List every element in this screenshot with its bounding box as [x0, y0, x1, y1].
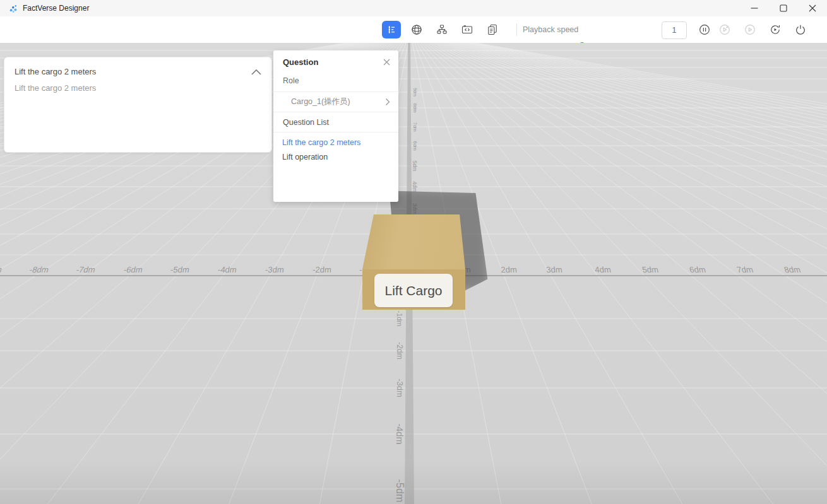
- pause-button[interactable]: [696, 21, 713, 38]
- role-value: Cargo_1(操作员): [291, 97, 350, 107]
- y-axis-tick-label: 4dm: [412, 181, 418, 192]
- y-axis-tick-label: 6dm: [412, 141, 418, 151]
- x-axis-tick-label: 5dm: [641, 265, 659, 274]
- task-panel-header[interactable]: Lift the cargo 2 meters: [4, 57, 271, 76]
- x-axis-tick-label: 3dm: [546, 265, 563, 274]
- task-list-item[interactable]: Lift the cargo 2 meters: [4, 76, 271, 93]
- playback-speed-input[interactable]: [662, 21, 687, 39]
- replay-icon: [769, 23, 782, 36]
- x-axis-tick-label: -6dm: [123, 265, 144, 274]
- power-icon: [794, 23, 807, 36]
- x-axis-tick-label: 7dm: [735, 265, 754, 274]
- toolbar: Playback speed: [0, 16, 827, 43]
- code-window-button[interactable]: [458, 21, 477, 38]
- titlebar: FactVerse Designer: [0, 0, 827, 16]
- app-title: FactVerse Designer: [23, 4, 89, 13]
- y-axis-tick-label: -5dm: [394, 479, 405, 502]
- x-axis-tick-label: -2dm: [312, 265, 332, 274]
- question-list-label: Question List: [273, 112, 398, 132]
- y-axis-tick-label: -1dm: [396, 310, 403, 326]
- x-axis-tick-label: -5dm: [170, 265, 190, 274]
- role-label: Role: [273, 67, 398, 85]
- question-panel: Question Role Cargo_1(操作员) Question List…: [273, 50, 398, 202]
- y-axis-tick-label: 7dm: [412, 122, 418, 132]
- y-axis-tick-label: 8dm: [412, 103, 418, 113]
- cargo-box-top-face[interactable]: [362, 214, 465, 269]
- chevron-right-icon: [385, 98, 390, 106]
- x-axis-tick-label: -3dm: [265, 265, 284, 274]
- close-button[interactable]: [798, 0, 827, 16]
- toolbar-divider: [516, 23, 517, 36]
- y-axis-tick-label: -4dm: [395, 423, 405, 444]
- role-select-row[interactable]: Cargo_1(操作员): [273, 91, 398, 112]
- x-axis-tick-label: 4dm: [594, 265, 612, 274]
- code-window-icon: [461, 23, 473, 36]
- step-play-button: [716, 21, 734, 38]
- question-panel-header: Question: [273, 50, 398, 67]
- step-play-circle-icon: [718, 23, 731, 36]
- app-logo-icon: [8, 3, 18, 13]
- task-panel: Lift the cargo 2 meters Lift the cargo 2…: [4, 57, 272, 153]
- script-pages-button[interactable]: [483, 21, 502, 38]
- animation-sequence-icon: [385, 23, 398, 36]
- animation-sequence-button[interactable]: [382, 21, 401, 38]
- close-icon[interactable]: [383, 59, 390, 66]
- play-circle-icon: [744, 23, 756, 36]
- play-button: [741, 21, 759, 38]
- question-panel-title: Question: [283, 57, 318, 67]
- x-axis-tick-label: -9dm: [0, 265, 3, 274]
- 3d-scene-button[interactable]: [407, 21, 426, 38]
- viewport-3d[interactable]: -9dm-8dm-7dm-6dm-5dm-4dm-3dm-2dm-1dm1dm2…: [0, 43, 827, 504]
- toolbar-left-group: [382, 21, 502, 38]
- hierarchy-icon: [436, 23, 448, 36]
- playback-speed-label: Playback speed: [523, 16, 578, 43]
- x-axis-tick-label: -8dm: [28, 265, 50, 274]
- x-axis-tick-label: 6dm: [689, 265, 707, 274]
- question-item[interactable]: Lift operation: [273, 147, 398, 161]
- 3d-scene-icon: [410, 23, 423, 36]
- cargo-label: Lift Cargo: [374, 274, 453, 307]
- maximize-button[interactable]: [769, 0, 798, 16]
- window-controls: [740, 0, 827, 16]
- y-axis-tick-label: -3dm: [395, 378, 405, 397]
- pause-circle-icon: [698, 23, 711, 36]
- x-axis-tick-label: -7dm: [75, 265, 96, 274]
- replay-button[interactable]: [766, 21, 784, 38]
- hierarchy-button[interactable]: [432, 21, 451, 38]
- power-button[interactable]: [792, 21, 809, 38]
- script-pages-icon: [486, 23, 499, 36]
- x-axis-tick-label: 2dm: [501, 265, 517, 274]
- y-axis-tick-label: 9dm: [413, 88, 417, 97]
- x-axis-tick-label: -4dm: [217, 265, 237, 274]
- y-axis-tick-label: 5dm: [412, 161, 418, 172]
- x-axis-tick-label: 8dm: [783, 265, 802, 274]
- minimize-button[interactable]: [740, 0, 769, 16]
- y-axis-tick-label: -2dm: [395, 342, 404, 359]
- task-title: Lift the cargo 2 meters: [15, 67, 96, 76]
- question-item[interactable]: Lift the cargo 2 meters: [273, 132, 398, 147]
- question-list: Lift the cargo 2 metersLift operation: [273, 132, 398, 161]
- chevron-up-icon[interactable]: [250, 67, 263, 76]
